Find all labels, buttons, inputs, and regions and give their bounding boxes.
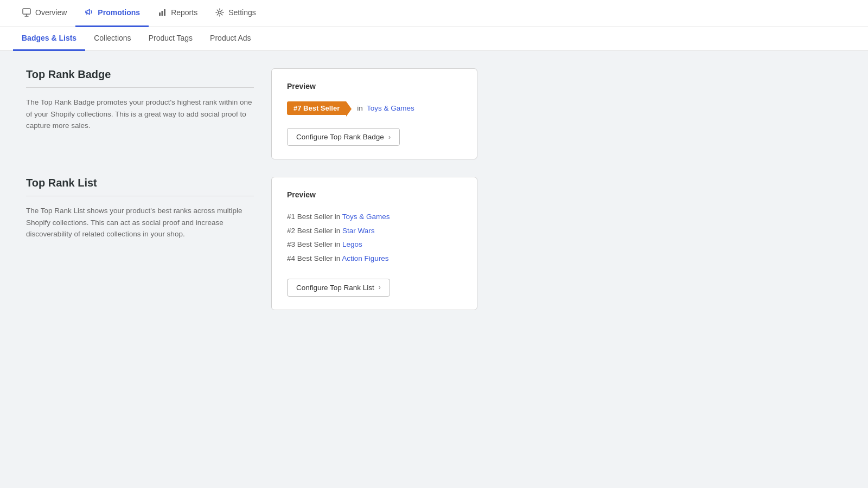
nav-overview-label: Overview — [35, 8, 67, 17]
badge-section-left: Top Rank Badge The Top Rank Badge promot… — [26, 68, 254, 159]
main-content: Top Rank Badge The Top Rank Badge promot… — [0, 51, 651, 345]
svg-rect-0 — [23, 9, 30, 14]
badge-preview-content: #7 Best Seller in Toys & Games — [287, 101, 462, 115]
list-item: #1 Best Seller in Toys & Games — [287, 210, 462, 224]
bar-chart-icon — [157, 8, 167, 17]
badge-divider — [26, 87, 254, 88]
rank-badge: #7 Best Seller — [287, 101, 346, 115]
svg-rect-2 — [162, 11, 163, 16]
megaphone-icon — [84, 8, 94, 17]
rank-collection-link-1[interactable]: Toys & Games — [342, 213, 390, 221]
rank-collection-link-4[interactable]: Action Figures — [342, 254, 388, 262]
badge-preview-label: Preview — [287, 82, 462, 91]
nav-settings-label: Settings — [228, 8, 256, 17]
badge-collection-link[interactable]: Toys & Games — [367, 104, 414, 112]
subnav-badges-lists-label: Badges & Lists — [22, 34, 76, 42]
nav-overview[interactable]: Overview — [13, 0, 75, 27]
nav-promotions[interactable]: Promotions — [75, 0, 149, 27]
list-item: #3 Best Seller in Legos — [287, 237, 462, 252]
top-nav: Overview Promotions Reports — [0, 0, 868, 27]
subnav-product-tags-label: Product Tags — [149, 34, 193, 42]
badge-in-text: in Toys & Games — [357, 104, 414, 112]
badge-preview-card: Preview #7 Best Seller in Toys & Games C… — [271, 68, 477, 159]
configure-badge-label: Configure Top Rank Badge — [296, 133, 384, 141]
sub-nav: Badges & Lists Collections Product Tags … — [0, 27, 868, 51]
subnav-product-ads-label: Product Ads — [210, 34, 251, 42]
subnav-badges-lists[interactable]: Badges & Lists — [13, 27, 85, 51]
monitor-icon — [22, 8, 31, 17]
subnav-product-tags[interactable]: Product Tags — [140, 27, 201, 51]
nav-settings[interactable]: Settings — [206, 0, 265, 27]
list-section-title: Top Rank List — [26, 177, 254, 189]
subnav-product-ads[interactable]: Product Ads — [201, 27, 260, 51]
configure-badge-button[interactable]: Configure Top Rank Badge › — [287, 128, 400, 146]
rank-text-3: #3 Best Seller in — [287, 240, 342, 248]
nav-reports-label: Reports — [171, 8, 197, 17]
list-preview-card: Preview #1 Best Seller in Toys & Games #… — [271, 177, 477, 310]
configure-list-label: Configure Top Rank List — [296, 284, 374, 292]
list-section: Top Rank List The Top Rank List shows yo… — [26, 177, 625, 310]
list-section-left: Top Rank List The Top Rank List shows yo… — [26, 177, 254, 310]
subnav-collections-label: Collections — [94, 34, 131, 42]
rank-text-1: #1 Best Seller in — [287, 213, 342, 221]
list-description: The Top Rank List shows your product's b… — [26, 205, 254, 240]
badge-section: Top Rank Badge The Top Rank Badge promot… — [26, 68, 625, 159]
list-item: #4 Best Seller in Action Figures — [287, 252, 462, 266]
badge-description: The Top Rank Badge promotes your product… — [26, 97, 254, 132]
svg-rect-1 — [159, 12, 161, 16]
svg-point-4 — [219, 11, 221, 14]
rank-collection-link-2[interactable]: Star Wars — [342, 227, 375, 235]
subnav-collections[interactable]: Collections — [85, 27, 139, 51]
rank-collection-link-3[interactable]: Legos — [342, 240, 362, 248]
list-preview-label: Preview — [287, 190, 462, 199]
chevron-right-icon-2: › — [379, 284, 381, 291]
configure-list-button[interactable]: Configure Top Rank List › — [287, 279, 390, 297]
badge-section-title: Top Rank Badge — [26, 68, 254, 81]
rank-text-2: #2 Best Seller in — [287, 227, 342, 235]
chevron-right-icon: › — [388, 133, 391, 141]
rank-text-4: #4 Best Seller in — [287, 254, 342, 262]
list-item: #2 Best Seller in Star Wars — [287, 224, 462, 238]
nav-promotions-label: Promotions — [98, 8, 140, 17]
gear-icon — [215, 8, 225, 17]
svg-rect-3 — [164, 9, 165, 16]
nav-reports[interactable]: Reports — [149, 0, 206, 27]
list-divider — [26, 196, 254, 196]
rank-list: #1 Best Seller in Toys & Games #2 Best S… — [287, 210, 462, 266]
